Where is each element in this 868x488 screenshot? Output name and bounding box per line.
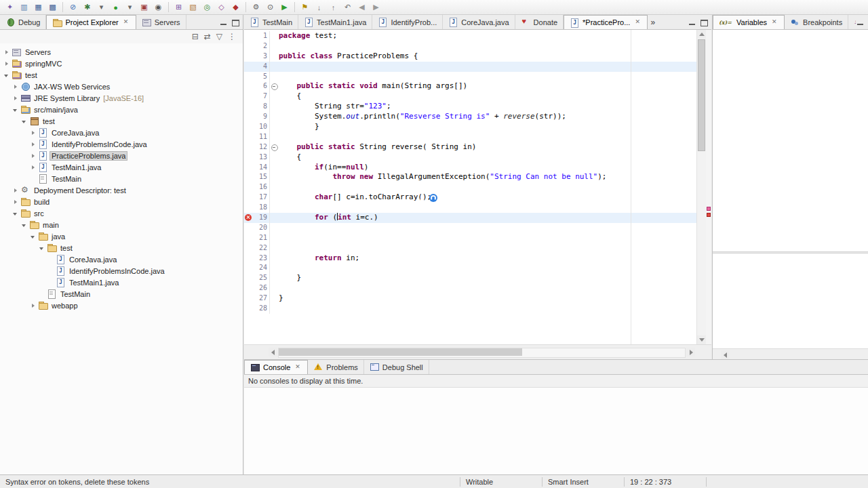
- fold-margin[interactable]: [269, 112, 279, 122]
- editor-annotation-margin[interactable]: [244, 253, 254, 264]
- code-line[interactable]: 14 if(in==null): [244, 163, 697, 173]
- expand-arrow[interactable]: [4, 49, 9, 55]
- editor-annotation-margin[interactable]: [244, 31, 254, 41]
- variables-horizontal-scrollbar[interactable]: [713, 348, 868, 359]
- line-number[interactable]: 7: [254, 92, 269, 102]
- code-line[interactable]: 23 return in;: [244, 253, 697, 264]
- tab-corejava-java[interactable]: CoreJava.java: [443, 15, 515, 29]
- line-number[interactable]: 4: [254, 62, 269, 72]
- fold-margin[interactable]: [269, 172, 279, 182]
- external-tools-icon[interactable]: ▶: [277, 1, 292, 14]
- tab-servers[interactable]: Servers: [136, 15, 186, 29]
- overview-occurrence-marker[interactable]: [707, 207, 711, 211]
- fold-margin[interactable]: [269, 81, 279, 92]
- tab-console[interactable]: Console: [244, 360, 308, 374]
- fold-margin[interactable]: [269, 41, 279, 52]
- tree-item-identifyproblemsincode-java[interactable]: IdentifyProblemsInCode.java: [0, 138, 243, 150]
- fold-margin[interactable]: [269, 263, 279, 273]
- expand-arrow[interactable]: [13, 96, 18, 101]
- line-number[interactable]: 6: [254, 81, 269, 92]
- line-number[interactable]: 25: [254, 273, 269, 283]
- search-icon[interactable]: ⊙: [263, 1, 277, 14]
- close-tab-button[interactable]: [634, 19, 642, 26]
- fold-margin[interactable]: [269, 243, 279, 253]
- code-line[interactable]: 5: [244, 72, 697, 82]
- junit-icon[interactable]: ◆: [229, 1, 243, 14]
- code-line[interactable]: 26: [244, 283, 697, 293]
- forward-icon[interactable]: ▶: [369, 1, 383, 14]
- tree-item-src[interactable]: src: [0, 207, 243, 219]
- fold-collapse-icon[interactable]: [271, 144, 278, 151]
- horizontal-scrollbar-thumb[interactable]: [279, 348, 522, 356]
- line-number[interactable]: 16: [254, 182, 269, 192]
- minimize-button[interactable]: [219, 18, 229, 26]
- fold-collapse-icon[interactable]: [271, 83, 278, 90]
- tab-identifyprob[interactable]: IdentifyProb...: [372, 15, 443, 29]
- collapse-arrow[interactable]: [22, 119, 27, 124]
- fold-margin[interactable]: [269, 213, 279, 223]
- tree-item-testmain[interactable]: TestMain: [0, 288, 243, 300]
- fold-margin[interactable]: [269, 203, 279, 213]
- editor-annotation-margin[interactable]: [244, 92, 254, 102]
- tree-item-webapp[interactable]: webapp: [0, 300, 243, 311]
- tab-debug[interactable]: Debug: [0, 15, 46, 29]
- expand-arrow[interactable]: [31, 130, 36, 136]
- editor-annotation-margin[interactable]: [244, 283, 254, 293]
- editor-annotation-margin[interactable]: [244, 213, 254, 223]
- tree-item-jre-system-library[interactable]: JRE System Library[JavaSE-16]: [0, 92, 243, 104]
- line-number[interactable]: 28: [254, 304, 269, 314]
- expand-arrow[interactable]: [31, 165, 36, 170]
- fold-margin[interactable]: [269, 273, 279, 283]
- editor-annotation-margin[interactable]: [244, 152, 254, 163]
- editor-annotation-margin[interactable]: [244, 233, 254, 243]
- line-number[interactable]: 20: [254, 223, 269, 233]
- tree-item-test[interactable]: test: [0, 115, 243, 127]
- scroll-down-button[interactable]: [697, 336, 706, 344]
- tab-variables[interactable]: Variables: [713, 15, 785, 29]
- new-class-icon[interactable]: ◎: [200, 1, 214, 14]
- new-wizard-icon[interactable]: ✦: [3, 1, 17, 14]
- tree-item-jax-ws-web-services[interactable]: JAX-WS Web Services: [0, 81, 243, 92]
- editor-annotation-margin[interactable]: [244, 243, 254, 253]
- editor-annotation-margin[interactable]: [244, 72, 254, 82]
- code-line[interactable]: 9 System.out.println("Resverse String is…: [244, 112, 697, 122]
- code-line[interactable]: 24: [244, 263, 697, 273]
- fold-margin[interactable]: [269, 192, 279, 203]
- collapse-arrow[interactable]: [22, 222, 27, 228]
- new-server-icon[interactable]: ▥: [17, 1, 31, 14]
- line-number[interactable]: 19: [254, 213, 269, 223]
- code-editor[interactable]: 1package test;23public class PracticePro…: [244, 30, 711, 344]
- editor-annotation-margin[interactable]: [244, 81, 254, 92]
- editor-vertical-scrollbar[interactable]: [696, 30, 706, 344]
- tree-item-identifyproblemsincode-java[interactable]: IdentifyProblemsInCode.java: [0, 265, 243, 277]
- line-number[interactable]: 15: [254, 172, 269, 182]
- expand-arrow[interactable]: [31, 303, 36, 308]
- fold-margin[interactable]: [269, 142, 279, 152]
- code-line[interactable]: 25 }: [244, 273, 697, 283]
- line-number[interactable]: 27: [254, 293, 269, 304]
- back-icon[interactable]: ◀: [355, 1, 369, 14]
- code-line[interactable]: 4: [244, 62, 697, 72]
- editor-annotation-margin[interactable]: [244, 102, 254, 112]
- maximize-button[interactable]: [231, 18, 240, 26]
- code-line[interactable]: 3public class PracticeProblems {: [244, 52, 697, 62]
- fold-margin[interactable]: [269, 293, 279, 304]
- editor-annotation-margin[interactable]: [244, 304, 254, 314]
- ant-icon[interactable]: ⚙: [249, 1, 263, 14]
- line-number[interactable]: 21: [254, 233, 269, 243]
- editor-annotation-margin[interactable]: [244, 163, 254, 173]
- code-line[interactable]: 28: [244, 304, 697, 314]
- editor-annotation-margin[interactable]: [244, 132, 254, 142]
- editor-annotation-margin[interactable]: [244, 62, 254, 72]
- code-line[interactable]: 20: [244, 223, 697, 233]
- fold-margin[interactable]: [269, 253, 279, 264]
- tree-item-testmain1-java[interactable]: TestMain1.java: [0, 277, 243, 288]
- line-number[interactable]: 22: [254, 243, 269, 253]
- new-package-icon[interactable]: ▧: [186, 1, 200, 14]
- scroll-right-button[interactable]: [686, 348, 695, 357]
- tab-testmain1-java[interactable]: TestMain1.java: [298, 15, 372, 29]
- scroll-up-button[interactable]: [697, 30, 706, 39]
- expand-arrow[interactable]: [31, 142, 36, 147]
- code-line[interactable]: 1package test;: [244, 31, 697, 41]
- profile-icon[interactable]: ◉: [151, 1, 165, 14]
